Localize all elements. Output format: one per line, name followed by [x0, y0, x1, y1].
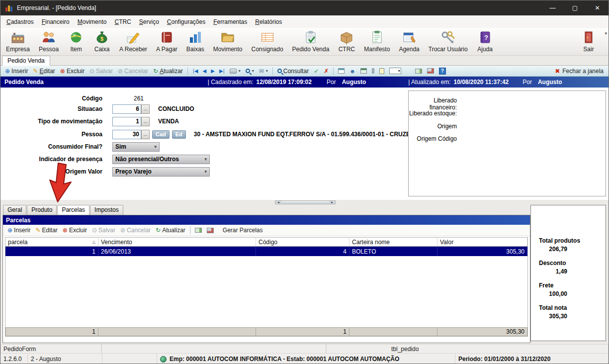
email-button[interactable]: ✉▾: [257, 66, 270, 76]
menu-servico[interactable]: Serviço: [135, 16, 163, 27]
tab-geral[interactable]: Geral: [3, 205, 26, 215]
splitter-control[interactable]: ◄ ►: [275, 200, 336, 204]
preview-dropdown-icon[interactable]: ▾: [252, 69, 254, 73]
table-empty-area: [5, 256, 527, 327]
toolbar-button-sair[interactable]: Sair: [576, 29, 602, 53]
tab-produto[interactable]: Produto: [27, 205, 57, 215]
parcelas-editar-button[interactable]: ✎Editar: [33, 225, 60, 235]
col-vencimento[interactable]: Vencimento: [98, 238, 256, 246]
preview-button[interactable]: ▾: [243, 66, 257, 76]
maximize-button[interactable]: ▢: [564, 0, 586, 15]
gerar-parcelas-button[interactable]: Gerar Parcelas: [220, 225, 265, 235]
indicador-presenca-select[interactable]: Não presencial/Outros▾: [112, 155, 210, 164]
col-valor[interactable]: Valor: [437, 238, 527, 246]
menu-financeiro[interactable]: Financeiro: [38, 16, 74, 27]
reject-button[interactable]: ✗: [321, 66, 331, 76]
excluir-button[interactable]: ⊗Excluir: [58, 66, 87, 76]
parcelas-excluir-button[interactable]: ⊗Excluir: [60, 225, 89, 235]
parcelas-cancelar-button[interactable]: ⊘Cancelar: [118, 225, 153, 235]
parcelas-print-button[interactable]: [204, 225, 216, 235]
toolbar-button-a-receber[interactable]: A Receber: [115, 29, 152, 53]
fechar-janela-button[interactable]: ✖Fechar a janela: [555, 68, 607, 75]
tipo-lookup-button[interactable]: ...: [141, 117, 150, 126]
pessoa-lookup-button[interactable]: ...: [141, 130, 150, 139]
col-codigo[interactable]: Código: [256, 238, 349, 246]
print-receipt-button[interactable]: [425, 66, 436, 76]
toolbar-button-item[interactable]: Item: [63, 29, 89, 53]
tab-pedido-venda[interactable]: Pedido Venda: [2, 56, 50, 66]
toolbar-button-a-pagar[interactable]: A Pagar: [152, 29, 182, 53]
pessoa-input[interactable]: [113, 130, 141, 139]
receipt-button[interactable]: [413, 66, 425, 76]
consultar-button[interactable]: Consultar: [275, 66, 311, 76]
toolbar-button-caixa[interactable]: $ Caixa: [89, 29, 115, 53]
splitter-left-icon[interactable]: ◄: [275, 201, 281, 204]
toolbar-button-ajuda[interactable]: ? Ajuda: [472, 29, 498, 53]
next-record-button[interactable]: ▶: [208, 66, 217, 76]
pessoa-ed-button[interactable]: Ed: [172, 130, 186, 139]
menu-cadastros[interactable]: Cadastros: [2, 16, 38, 27]
item-icon: [69, 30, 84, 46]
toolbar-button-ctrc[interactable]: CTRC: [334, 29, 359, 53]
col-carteira-nome[interactable]: Carteira nome: [349, 238, 437, 246]
salvar-button[interactable]: ⊙Salvar: [87, 66, 115, 76]
origem-valor-select[interactable]: Preço Varejo▾: [112, 167, 210, 177]
confirm-button[interactable]: ✓: [311, 66, 321, 76]
search-icon: [277, 69, 282, 73]
consumidor-final-select[interactable]: Sim▾: [112, 142, 160, 152]
export-table-button[interactable]: [336, 66, 347, 76]
toolbar-button-movimento[interactable]: Movimento: [209, 29, 247, 53]
tipo-input[interactable]: [113, 117, 141, 126]
print-button[interactable]: ▾: [227, 66, 243, 76]
help-button[interactable]: ?: [436, 66, 448, 76]
attachment-button[interactable]: [369, 66, 377, 76]
toolbar-overflow-icon[interactable]: ▾: [605, 31, 607, 36]
tab-impostos[interactable]: Impostos: [90, 205, 123, 215]
cancelar-button[interactable]: ⊘Cancelar: [115, 66, 151, 76]
parcelas-receipt-button[interactable]: [192, 225, 204, 235]
toolbar-button-trocar-usuario[interactable]: Trocar Usuário: [424, 29, 472, 53]
menu-configuracoes[interactable]: Configurações: [163, 16, 209, 27]
toolbar-button-consignado[interactable]: Consignado: [247, 29, 288, 53]
parcelas-atualizar-button[interactable]: ↻Atualizar: [153, 225, 188, 235]
print-dropdown-icon[interactable]: ▾: [239, 69, 241, 73]
situacao-lookup-button[interactable]: ...: [141, 104, 150, 114]
a-receber-icon: [126, 30, 141, 46]
menu-movimento[interactable]: Movimento: [74, 16, 111, 27]
minimize-button[interactable]: —: [541, 0, 564, 15]
printer-icon: [230, 69, 237, 74]
title-bar: Empresarial. - [Pedido Venda] — ▢ ✕: [0, 0, 609, 15]
toolbar-button-manifesto[interactable]: Manifesto: [359, 29, 394, 53]
toolbar-button-agenda[interactable]: Agenda: [394, 29, 424, 53]
toolbar-button-empresa[interactable]: Empresa: [1, 29, 34, 53]
parcelas-inserir-button[interactable]: ⊕Inserir: [5, 225, 33, 235]
pessoa-cad-button[interactable]: Cad: [152, 130, 170, 139]
table-row[interactable]: 1 26/06/2013 4 BOLETO 305,30: [5, 247, 527, 256]
last-record-button[interactable]: ▶∣: [217, 66, 227, 76]
splitter-right-icon[interactable]: ►: [329, 201, 335, 204]
export-user-button[interactable]: ☻: [347, 66, 358, 76]
menu-ctrc[interactable]: CTRC: [110, 16, 135, 27]
toolbar-button-baixas[interactable]: Baixas: [182, 29, 209, 53]
prev-record-button[interactable]: ◀: [200, 66, 209, 76]
editar-button[interactable]: ✎Editar: [30, 66, 57, 76]
address-book-button[interactable]: [358, 66, 369, 76]
toolbar-button-pessoa[interactable]: Pessoa: [34, 29, 63, 53]
inserir-button[interactable]: ⊕Inserir: [2, 66, 30, 76]
close-button[interactable]: ✕: [586, 0, 609, 15]
notes-button[interactable]: [377, 66, 387, 76]
splitter-bar[interactable]: ◄ ►: [0, 200, 609, 205]
tab-parcelas[interactable]: Parcelas: [57, 205, 89, 215]
toolbar-button-pedido-venda[interactable]: Pedido Venda: [288, 29, 334, 53]
col-parcela[interactable]: parcela△: [5, 238, 98, 246]
parcelas-salvar-button[interactable]: ⊙Salvar: [89, 225, 118, 235]
combo-filter[interactable]: ▾: [387, 66, 404, 76]
mail-dropdown-icon[interactable]: ▾: [266, 69, 268, 73]
splitter-thumb[interactable]: [281, 201, 329, 204]
first-record-button[interactable]: ∣◀: [190, 66, 200, 76]
atualizar-button[interactable]: ↻Atualizar: [151, 66, 185, 76]
situacao-input[interactable]: [113, 105, 141, 113]
refresh-icon: ↻: [156, 227, 161, 233]
menu-ferramentas[interactable]: Ferramentas: [209, 16, 251, 27]
menu-relatorios[interactable]: Relatórios: [251, 16, 286, 27]
